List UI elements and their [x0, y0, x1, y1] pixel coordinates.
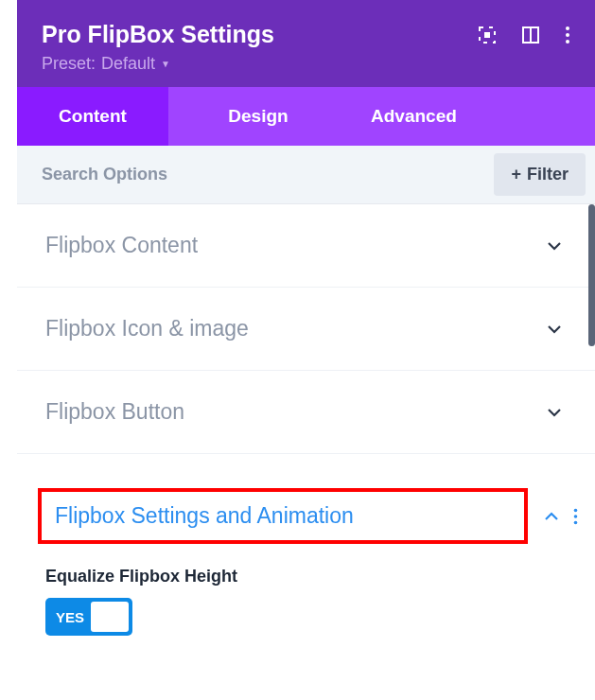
preset-selector[interactable]: Preset: Default ▼ — [42, 54, 570, 74]
chevron-down-icon — [546, 321, 563, 338]
plus-icon: + — [511, 165, 521, 184]
svg-point-5 — [566, 33, 569, 37]
preset-label: Preset: — [42, 54, 96, 74]
section-flipbox-icon-image[interactable]: Flipbox Icon & image — [17, 288, 595, 371]
tabs: Content Design Advanced — [17, 87, 595, 146]
layout-icon[interactable] — [521, 26, 540, 44]
chevron-down-icon — [546, 237, 563, 254]
section-flipbox-settings-animation[interactable]: Flipbox Settings and Animation — [17, 479, 595, 553]
svg-point-9 — [574, 520, 578, 524]
scrollbar[interactable] — [588, 204, 595, 346]
chevron-up-icon[interactable] — [543, 508, 560, 525]
tab-advanced[interactable]: Advanced — [348, 87, 595, 146]
filter-button[interactable]: + Filter — [494, 153, 586, 196]
svg-point-6 — [566, 40, 569, 44]
panel-header: Pro FlipBox Settings Preset: Default ▼ — [17, 0, 595, 87]
svg-point-8 — [574, 515, 578, 518]
search-input[interactable] — [17, 148, 494, 201]
caret-down-icon: ▼ — [161, 59, 170, 69]
section-title: Flipbox Button — [45, 399, 184, 425]
toggle-value: YES — [49, 609, 91, 625]
tab-design[interactable]: Design — [168, 87, 348, 146]
highlight-box: Flipbox Settings and Animation — [38, 488, 528, 544]
toggle-equalize-height[interactable]: YES — [45, 598, 132, 636]
svg-point-7 — [574, 508, 578, 512]
tab-content[interactable]: Content — [17, 87, 168, 146]
preset-value: Default — [101, 54, 155, 74]
expanded-section-title: Flipbox Settings and Animation — [55, 503, 511, 529]
section-title: Flipbox Icon & image — [45, 316, 249, 341]
section-more-icon[interactable] — [573, 508, 578, 525]
section-flipbox-button[interactable]: Flipbox Button — [17, 371, 595, 454]
toggle-knob — [91, 602, 129, 632]
more-icon[interactable] — [565, 26, 570, 44]
filter-label: Filter — [527, 165, 569, 184]
section-title: Flipbox Content — [45, 233, 198, 258]
svg-rect-1 — [484, 32, 490, 38]
svg-point-4 — [566, 26, 569, 30]
expand-icon[interactable] — [478, 26, 497, 44]
field-label: Equalize Flipbox Height — [45, 567, 567, 586]
section-flipbox-content[interactable]: Flipbox Content — [17, 204, 595, 288]
field-equalize-height: Equalize Flipbox Height YES — [17, 553, 595, 636]
panel-title: Pro FlipBox Settings — [42, 21, 274, 48]
search-row: + Filter — [17, 146, 595, 204]
chevron-down-icon — [546, 404, 563, 421]
